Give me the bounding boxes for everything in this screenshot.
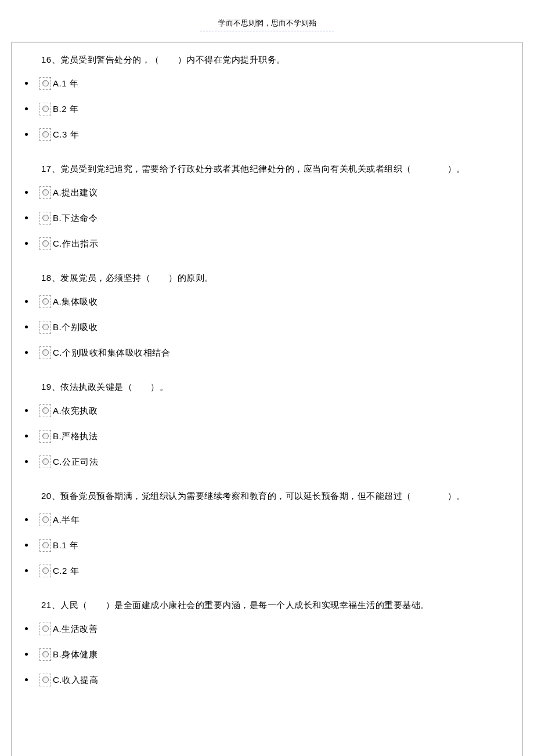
bullet-icon: [25, 351, 28, 354]
option-label: C.2 年: [53, 564, 79, 578]
bullet-icon: [25, 133, 28, 136]
question-number: 17: [41, 164, 52, 173]
separator: 、: [52, 600, 61, 610]
radio-q19-c[interactable]: [39, 455, 51, 468]
question-19-option-c: C.公正司法: [12, 453, 522, 471]
radio-q17-b[interactable]: [39, 212, 51, 225]
question-body: 预备党员预备期满，党组织认为需要继续考察和教育的，可以延长预备期，但不能超过（ …: [60, 491, 466, 501]
radio-q16-c[interactable]: [39, 128, 51, 141]
question-20-text: 20、预备党员预备期满，党组织认为需要继续考察和教育的，可以延长预备期，但不能超…: [12, 479, 522, 511]
question-16-option-a: A.1 年: [12, 75, 522, 92]
question-18-text: 18、发展党员，必须坚持（ ）的原则。: [12, 261, 522, 293]
radio-q18-b[interactable]: [39, 321, 51, 334]
radio-q16-b[interactable]: [39, 103, 51, 115]
question-body: 党员受到警告处分的，（ ）内不得在党内提升职务。: [60, 55, 286, 64]
question-16-text: 16、党员受到警告处分的，（ ）内不得在党内提升职务。: [12, 42, 522, 75]
radio-circle-icon: [42, 677, 49, 683]
question-20-option-a: A.半年: [12, 511, 522, 529]
radio-q20-c[interactable]: [39, 565, 51, 577]
question-20-option-b: B.1 年: [12, 537, 522, 554]
radio-circle-icon: [42, 651, 49, 657]
bullet-icon: [25, 216, 28, 219]
question-18-option-c: C.个别吸收和集体吸收相结合: [12, 344, 522, 361]
radio-q21-b[interactable]: [39, 648, 51, 661]
option-label: C.作出指示: [53, 237, 98, 251]
radio-circle-icon: [42, 131, 49, 138]
question-17-option-a: A.提出建议: [12, 184, 522, 201]
separator: 、: [52, 382, 61, 392]
question-17-option-c: C.作出指示: [12, 235, 522, 252]
radio-circle-icon: [42, 567, 49, 574]
bullet-icon: [25, 325, 28, 328]
bullet-icon: [25, 627, 28, 630]
radio-circle-icon: [42, 80, 49, 86]
question-body: 依法执政关键是（ ）。: [60, 382, 168, 392]
bullet-icon: [25, 300, 28, 303]
option-label: A.集体吸收: [53, 295, 98, 309]
question-19-text: 19、依法执政关键是（ ）。: [12, 370, 522, 402]
option-label: B.下达命令: [53, 211, 98, 225]
question-17-text: 17、党员受到党纪追究，需要给予行政处分或者其他纪律处分的，应当向有关机关或者组…: [12, 151, 522, 184]
radio-circle-icon: [42, 106, 49, 112]
option-label: A.1 年: [53, 77, 78, 91]
radio-q17-c[interactable]: [39, 237, 51, 250]
question-body: 人民（ ）是全面建成小康社会的重要内涵，是每一个人成长和实现幸福生活的重要基础。: [60, 600, 430, 610]
bullet-icon: [25, 653, 28, 656]
radio-q18-c[interactable]: [39, 346, 51, 359]
bullet-icon: [25, 191, 28, 194]
radio-q20-a[interactable]: [39, 513, 51, 526]
radio-circle-icon: [42, 625, 49, 632]
radio-q20-b[interactable]: [39, 539, 51, 552]
radio-q18-a[interactable]: [39, 295, 51, 308]
question-21-text: 21、人民（ ）是全面建成小康社会的重要内涵，是每一个人成长和实现幸福生活的重要…: [12, 588, 522, 620]
bullet-icon: [25, 82, 28, 85]
question-18-option-b: B.个别吸收: [12, 319, 522, 336]
question-18-option-a: A.集体吸收: [12, 293, 522, 310]
separator: 、: [52, 164, 61, 173]
radio-q17-a[interactable]: [39, 186, 51, 199]
option-label: A.生活改善: [53, 622, 98, 636]
option-label: B.严格执法: [53, 429, 98, 443]
separator: 、: [52, 273, 61, 283]
header-underline: [200, 31, 334, 31]
question-number: 20: [41, 491, 52, 501]
bullet-icon: [25, 242, 28, 245]
radio-circle-icon: [42, 240, 49, 247]
bullet-icon: [25, 460, 28, 463]
radio-q19-b[interactable]: [39, 430, 51, 443]
radio-circle-icon: [42, 298, 49, 305]
bullet-icon: [25, 409, 28, 412]
question-21-option-a: A.生活改善: [12, 620, 522, 638]
option-label: B.2 年: [53, 102, 78, 116]
question-19-option-a: A.依宪执政: [12, 402, 522, 419]
question-body: 发展党员，必须坚持（ ）的原则。: [60, 273, 214, 283]
option-label: C.3 年: [53, 128, 79, 142]
bullet-icon: [25, 678, 28, 681]
radio-circle-icon: [42, 189, 49, 196]
separator: 、: [52, 55, 61, 64]
question-16-option-b: B.2 年: [12, 100, 522, 118]
separator: 、: [52, 491, 61, 501]
question-number: 21: [41, 600, 52, 610]
question-number: 19: [41, 382, 52, 392]
radio-q16-a[interactable]: [39, 77, 51, 90]
radio-q21-a[interactable]: [39, 623, 51, 635]
radio-q21-c[interactable]: [39, 674, 51, 686]
radio-circle-icon: [42, 516, 49, 523]
question-19-option-b: B.严格执法: [12, 428, 522, 445]
bullet-icon: [25, 569, 28, 572]
radio-q19-a[interactable]: [39, 404, 51, 417]
question-21-option-b: B.身体健康: [12, 646, 522, 663]
radio-circle-icon: [42, 324, 49, 330]
radio-circle-icon: [42, 433, 49, 439]
radio-circle-icon: [42, 215, 49, 221]
question-number: 18: [41, 273, 52, 283]
bullet-icon: [25, 107, 28, 110]
radio-circle-icon: [42, 407, 49, 414]
option-label: B.身体健康: [53, 648, 98, 661]
option-label: A.半年: [53, 513, 80, 527]
question-20-option-c: C.2 年: [12, 562, 522, 580]
option-label: C.收入提高: [53, 673, 98, 687]
question-body: 党员受到党纪追究，需要给予行政处分或者其他纪律处分的，应当向有关机关或者组织（ …: [60, 164, 466, 173]
page-border: 16、党员受到警告处分的，（ ）内不得在党内提升职务。 A.1 年 B.2 年 …: [12, 42, 522, 756]
